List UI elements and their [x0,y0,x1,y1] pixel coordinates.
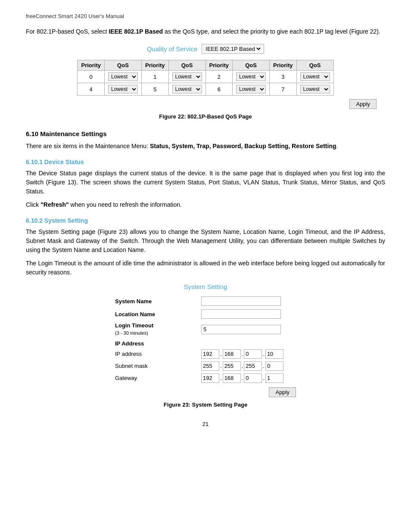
qos-priority-5: 5 [141,83,168,96]
subnet-octet-1[interactable] [201,361,219,371]
ip-octet-3[interactable] [244,349,262,359]
section-6101-para2-after: when you need to refresh the information… [69,201,182,208]
subnet-mask-row: Subnet mask . . . [115,361,296,371]
ip-octet-2[interactable] [223,349,241,359]
qos-priority-1: 1 [141,71,168,83]
system-setting-section: System Setting System Name Location Name… [26,283,385,397]
system-setting-form: System Name Location Name Login Timeout … [115,296,296,397]
subnet-dot-2: . [242,363,243,369]
gateway-octet-4[interactable] [265,373,283,383]
qos-section: Quality of Service Port Based IEEE 802.1… [26,44,385,109]
login-timeout-input[interactable] [201,325,281,334]
location-name-input[interactable] [201,309,281,319]
gateway-row: Gateway . . . [115,373,296,383]
qos-select-cell-1[interactable]: LowestLowNormalMediumHighHighest [168,71,206,83]
gateway-octet-2[interactable] [223,373,241,383]
system-name-input[interactable] [201,296,281,306]
login-timeout-row: Login Timeout (3 - 30 minutes) [115,322,296,337]
subnet-octet-4[interactable] [265,361,283,371]
qos-col-priority2: Priority [141,60,168,71]
qos-table: Priority QoS Priority QoS Priority QoS P… [77,60,333,96]
qos-col-priority4: Priority [270,60,297,71]
section-6101-para2-before: Click [26,201,40,208]
qos-select-3[interactable]: LowestLowNormalMediumHighHighest [300,72,330,81]
section-610-body-text: There are six items in the Maintenance M… [26,143,150,149]
qos-select-1[interactable]: LowestLowNormalMediumHighHighest [172,72,202,81]
system-name-label: System Name [115,298,201,305]
ip-address-fields: . . . [201,349,283,359]
qos-select-4[interactable]: LowestLowNormalMediumHighHighest [108,85,138,93]
ip-address-row: IP address . . . [115,349,296,359]
qos-select-0[interactable]: LowestLowNormalMediumHighHighest [108,72,138,81]
gateway-octet-3[interactable] [244,373,262,383]
qos-select-7[interactable]: LowestLowNormalMediumHighHighest [300,85,330,93]
doc-header: freeConnect Smart 2420 User's Manual [26,13,385,19]
section-6101-para2: Click "Refresh" when you need to refresh… [26,200,385,209]
qos-table-header-row: Priority QoS Priority QoS Priority QoS P… [78,60,333,71]
qos-priority-4: 4 [78,83,105,96]
qos-col-qos3: QoS [233,60,270,71]
ip-octet-4[interactable] [265,349,283,359]
qos-type-select-wrapper[interactable]: Port Based IEEE 802.1P Based DSCP Based [202,44,264,54]
doc-title: freeConnect Smart 2420 User's Manual [26,13,124,19]
qos-col-qos4: QoS [296,60,333,71]
location-name-row: Location Name [115,309,296,319]
qos-select-cell-4[interactable]: LowestLowNormalMediumHighHighest [104,83,141,96]
gateway-dot-3: . [263,375,265,381]
login-timeout-sublabel: (3 - 30 minutes) [115,330,148,336]
subnet-octet-2[interactable] [223,361,241,371]
sys-apply-button[interactable]: Apply [269,387,296,397]
intro-paragraph: For 802.1P-based QoS, select IEEE 802.1P… [26,27,385,36]
qos-priority-2: 2 [206,71,233,83]
qos-priority-7: 7 [270,83,297,96]
section-610-heading: 6.10 Maintenance Settings [26,130,385,137]
intro-bold: IEEE 802.1P Based [109,28,163,35]
qos-select-cell-0[interactable]: LowestLowNormalMediumHighHighest [104,71,141,83]
qos-priority-0: 0 [78,71,105,83]
qos-select-6[interactable]: LowestLowNormalMediumHighHighest [236,85,266,93]
sys-apply-row: Apply [115,387,296,397]
gateway-octet-1[interactable] [201,373,219,383]
ip-address-section-header: IP Address [115,340,296,347]
qos-select-cell-2[interactable]: LowestLowNormalMediumHighHighest [233,71,270,83]
login-timeout-label: Login Timeout (3 - 30 minutes) [115,322,201,337]
gateway-fields: . . . [201,373,283,383]
section-610-body: There are six items in the Maintenance M… [26,142,385,151]
section-6102-heading: 6.10.2 System Setting [26,217,385,224]
subnet-mask-fields: . . . [201,361,283,371]
qos-table-row-0: 0 LowestLowNormalMediumHighHighest 1 Low… [78,71,333,83]
section-610-body-end: . [336,143,338,149]
page-number: 21 [26,421,385,427]
qos-apply-button[interactable]: Apply [349,99,377,109]
subnet-octet-3[interactable] [244,361,262,371]
ip-address-label: IP address [115,351,201,357]
qos-select-cell-5[interactable]: LowestLowNormalMediumHighHighest [168,83,206,96]
qos-select-5[interactable]: LowestLowNormalMediumHighHighest [172,85,202,93]
qos-select-cell-3[interactable]: LowestLowNormalMediumHighHighest [296,71,333,83]
gateway-dot-1: . [220,375,222,381]
qos-col-qos1: QoS [104,60,141,71]
qos-title-row: Quality of Service Port Based IEEE 802.1… [147,44,265,54]
subnet-dot-3: . [263,363,265,369]
ip-dot-3: . [263,351,265,357]
system-setting-title: System Setting [184,283,227,290]
qos-select-2[interactable]: LowestLowNormalMediumHighHighest [236,72,266,81]
section-6102-para2: The Login Timeout is the amount of idle … [26,259,385,277]
intro-text-before: For 802.1P-based QoS, select [26,28,109,35]
qos-col-priority1: Priority [78,60,105,71]
qos-table-row-1: 4 LowestLowNormalMediumHighHighest 5 Low… [78,83,333,96]
system-name-row: System Name [115,296,296,306]
qos-priority-6: 6 [206,83,233,96]
ip-dot-1: . [220,351,222,357]
section-610-bold-items: Status, System, Trap, Password, Backup S… [150,143,336,149]
location-name-label: Location Name [115,311,201,317]
intro-text-after: as the QoS type, and select the priority… [163,28,380,35]
ip-dot-2: . [242,351,243,357]
qos-select-cell-6[interactable]: LowestLowNormalMediumHighHighest [233,83,270,96]
sys-figure-caption: Figure 23: System Setting Page [26,401,385,408]
qos-type-select[interactable]: Port Based IEEE 802.1P Based DSCP Based [204,45,262,53]
qos-select-cell-7[interactable]: LowestLowNormalMediumHighHighest [296,83,333,96]
ip-octet-1[interactable] [201,349,219,359]
qos-col-qos2: QoS [168,60,206,71]
section-6101-refresh-bold: "Refresh" [40,201,68,208]
